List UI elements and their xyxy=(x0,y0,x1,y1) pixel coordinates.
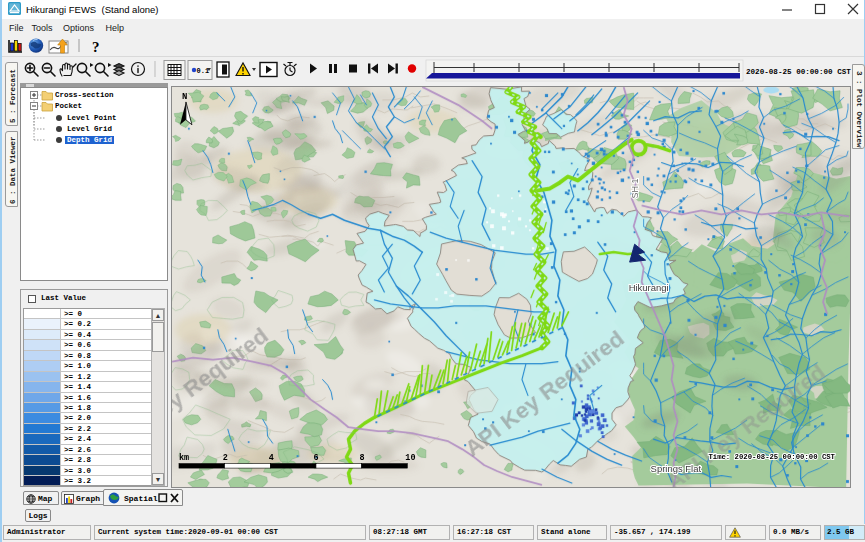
svg-text:km: km xyxy=(179,453,189,463)
svg-text:SH 1: SH 1 xyxy=(630,179,640,199)
svg-text:8: 8 xyxy=(359,453,364,463)
svg-text:2: 2 xyxy=(223,453,228,463)
svg-text:Time: 2020-08-25 00:00:00 CST: Time: 2020-08-25 00:00:00 CST xyxy=(708,453,835,461)
svg-text:0.1: 0.1 xyxy=(197,67,210,75)
svg-text:6: 6 xyxy=(314,453,319,463)
svg-text:4: 4 xyxy=(269,453,274,463)
svg-text:10: 10 xyxy=(405,453,415,463)
svg-text:Hikurangi: Hikurangi xyxy=(629,282,669,293)
svg-text:2020-08-25 00:00:00 CST: 2020-08-25 00:00:00 CST xyxy=(746,68,851,76)
svg-text:Springs Flat: Springs Flat xyxy=(651,463,702,474)
svg-text:N: N xyxy=(182,92,187,102)
svg-text:?: ? xyxy=(92,39,100,55)
